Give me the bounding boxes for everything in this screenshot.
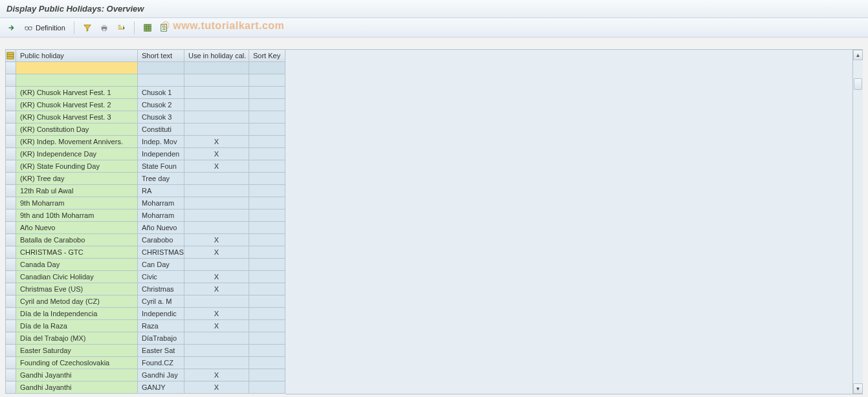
- cell-public-holiday[interactable]: CHRISTMAS - GTC: [16, 246, 138, 259]
- table-row[interactable]: Easter SaturdayEaster Sat: [6, 345, 285, 357]
- table-row[interactable]: Batalla de CaraboboCaraboboX: [6, 234, 285, 246]
- cell-short-text[interactable]: GANJY: [138, 381, 184, 394]
- row-selector[interactable]: [6, 246, 16, 259]
- cell-public-holiday[interactable]: 12th Rab ul Awal: [16, 185, 138, 197]
- table-row[interactable]: 9th and 10th MoharramMoharram: [6, 209, 285, 222]
- cell-short-text[interactable]: Año Nuevo: [138, 222, 184, 234]
- cell-public-holiday[interactable]: Canada Day: [16, 259, 138, 271]
- cell-public-holiday[interactable]: [16, 62, 138, 74]
- cell-short-text[interactable]: Constituti: [138, 123, 184, 136]
- table-row[interactable]: (KR) Independence DayIndependenX: [6, 148, 285, 160]
- cell-short-text[interactable]: [138, 74, 184, 87]
- row-selector[interactable]: [6, 345, 16, 357]
- cell-public-holiday[interactable]: Christmas Eve (US): [16, 283, 138, 295]
- row-selector[interactable]: [6, 222, 16, 234]
- cell-short-text[interactable]: Carabobo: [138, 234, 184, 246]
- export-button[interactable]: [157, 21, 172, 35]
- cell-short-text[interactable]: [138, 62, 184, 74]
- holidays-table[interactable]: Public holiday Short text Use in holiday…: [5, 49, 285, 394]
- table-row[interactable]: (KR) Tree dayTree day: [6, 173, 285, 185]
- row-selector[interactable]: [6, 62, 16, 74]
- table-row[interactable]: Gandhi JayanthiGANJYX: [6, 381, 285, 394]
- col-short-text[interactable]: Short text: [138, 50, 184, 62]
- table-row[interactable]: 9th MoharramMoharram: [6, 197, 285, 209]
- cell-short-text[interactable]: Found.CZ: [138, 357, 184, 369]
- table-row[interactable]: Día de la IndependenciaIndependicX: [6, 308, 285, 320]
- scroll-up-button[interactable]: ▲: [853, 50, 863, 60]
- row-selector[interactable]: [6, 74, 16, 87]
- row-selector[interactable]: [6, 160, 16, 173]
- cell-public-holiday[interactable]: Cyril and Metod day (CZ): [16, 295, 138, 308]
- table-row[interactable]: (KR) Chusok Harvest Fest. 1Chusok 1: [6, 87, 285, 99]
- row-selector[interactable]: [6, 320, 16, 332]
- table-row[interactable]: Canadian Civic HolidayCivicX: [6, 271, 285, 283]
- filter-button[interactable]: [80, 21, 95, 35]
- table-row[interactable]: 12th Rab ul AwalRA: [6, 185, 285, 197]
- cell-public-holiday[interactable]: (KR) State Founding Day: [16, 160, 138, 173]
- vertical-scrollbar[interactable]: ▲ ▼: [852, 50, 863, 394]
- print-button[interactable]: [96, 21, 112, 35]
- row-selector[interactable]: [6, 332, 16, 345]
- cell-public-holiday[interactable]: (KR) Tree day: [16, 173, 138, 185]
- row-selector[interactable]: [6, 283, 16, 295]
- cell-short-text[interactable]: Independen: [138, 148, 184, 160]
- row-selector[interactable]: [6, 357, 16, 369]
- definition-button[interactable]: Definition: [21, 21, 69, 35]
- execute-button[interactable]: [4, 21, 19, 35]
- cell-short-text[interactable]: CHRISTMAS: [138, 246, 184, 259]
- cell-short-text[interactable]: Chusok 3: [138, 111, 184, 123]
- cell-public-holiday[interactable]: 9th and 10th Moharram: [16, 209, 138, 222]
- cell-short-text[interactable]: State Foun: [138, 160, 184, 173]
- table-row[interactable]: Canada DayCan Day: [6, 259, 285, 271]
- cell-short-text[interactable]: Easter Sat: [138, 345, 184, 357]
- row-selector[interactable]: [6, 259, 16, 271]
- table-row[interactable]: Gandhi JayanthiGandhi JayX: [6, 369, 285, 381]
- col-use-in-cal[interactable]: Use in holiday cal.: [184, 50, 249, 62]
- cell-short-text[interactable]: Independic: [138, 308, 184, 320]
- cell-short-text[interactable]: Cyril a. M: [138, 295, 184, 308]
- row-selector[interactable]: [6, 197, 16, 209]
- table-row[interactable]: Founding of CzechoslovakiaFound.CZ: [6, 357, 285, 369]
- cell-short-text[interactable]: Chusok 2: [138, 99, 184, 111]
- table-row[interactable]: Día de la RazaRazaX: [6, 320, 285, 332]
- cell-public-holiday[interactable]: (KR) Chusok Harvest Fest. 3: [16, 111, 138, 123]
- table-row[interactable]: (KR) Chusok Harvest Fest. 3Chusok 3: [6, 111, 285, 123]
- col-sort-key[interactable]: Sort Key: [249, 50, 285, 62]
- row-selector[interactable]: [6, 295, 16, 308]
- row-selector[interactable]: [6, 173, 16, 185]
- cell-short-text[interactable]: Moharram: [138, 197, 184, 209]
- table-row[interactable]: [6, 74, 285, 87]
- cell-public-holiday[interactable]: Día del Trabajo (MX): [16, 332, 138, 345]
- cell-public-holiday[interactable]: Día de la Raza: [16, 320, 138, 332]
- scroll-thumb[interactable]: [854, 78, 862, 90]
- cell-short-text[interactable]: Gandhi Jay: [138, 369, 184, 381]
- cell-short-text[interactable]: Chusok 1: [138, 87, 184, 99]
- cell-short-text[interactable]: RA: [138, 185, 184, 197]
- cell-public-holiday[interactable]: (KR) Independence Day: [16, 148, 138, 160]
- select-all-header[interactable]: [6, 50, 16, 62]
- cell-short-text[interactable]: Moharram: [138, 209, 184, 222]
- row-selector[interactable]: [6, 123, 16, 136]
- table-row[interactable]: Christmas Eve (US)ChristmasX: [6, 283, 285, 295]
- cell-public-holiday[interactable]: Canadian Civic Holiday: [16, 271, 138, 283]
- row-selector[interactable]: [6, 271, 16, 283]
- table-row[interactable]: Año NuevoAño Nuevo: [6, 222, 285, 234]
- table-row[interactable]: [6, 62, 285, 74]
- row-selector[interactable]: [6, 111, 16, 123]
- cell-public-holiday[interactable]: 9th Moharram: [16, 197, 138, 209]
- row-selector[interactable]: [6, 185, 16, 197]
- table-row[interactable]: CHRISTMAS - GTCCHRISTMASX: [6, 246, 285, 259]
- cell-public-holiday[interactable]: (KR) Chusok Harvest Fest. 2: [16, 99, 138, 111]
- cell-public-holiday[interactable]: Founding of Czechoslovakia: [16, 357, 138, 369]
- cell-public-holiday[interactable]: Gandhi Jayanthi: [16, 369, 138, 381]
- cell-public-holiday[interactable]: (KR) Indep. Movement Annivers.: [16, 136, 138, 148]
- cell-public-holiday[interactable]: [16, 74, 138, 87]
- cell-short-text[interactable]: Civic: [138, 271, 184, 283]
- cell-short-text[interactable]: Indep. Mov: [138, 136, 184, 148]
- row-selector[interactable]: [6, 308, 16, 320]
- cell-short-text[interactable]: Tree day: [138, 173, 184, 185]
- table-row[interactable]: Día del Trabajo (MX)DíaTrabajo: [6, 332, 285, 345]
- row-selector[interactable]: [6, 381, 16, 394]
- cell-public-holiday[interactable]: Año Nuevo: [16, 222, 138, 234]
- table-row[interactable]: Cyril and Metod day (CZ)Cyril a. M: [6, 295, 285, 308]
